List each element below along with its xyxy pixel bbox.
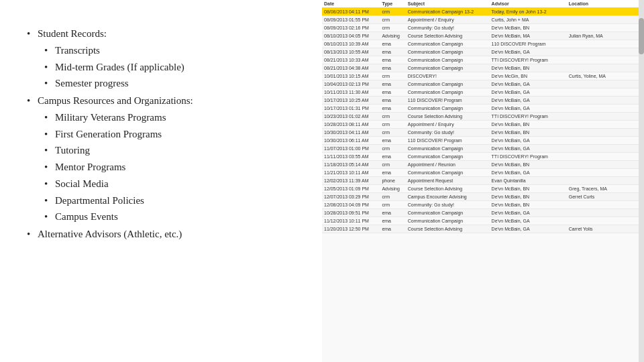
col-header-advisor: Advisor	[490, 0, 567, 8]
table-cell: ema	[380, 137, 405, 145]
table-cell	[567, 88, 644, 97]
table-cell	[567, 137, 644, 145]
table-cell	[567, 16, 644, 24]
table-row: 12/07/2013 03:29 PMcrmCampus Encounter A…	[322, 193, 644, 201]
table-row: 08/13/2013 10:55 AMemaCommunication Camp…	[322, 48, 644, 56]
student-records-sublist: Transcripts Mid-term Grades (If applicab…	[44, 42, 302, 92]
table-cell: De'vn McBain, BN	[490, 193, 567, 201]
table-row: 10/04/2013 02:13 PMemaCommunication Camp…	[322, 80, 644, 88]
col-header-date: Date	[322, 0, 380, 8]
table-row: 10/17/2013 01:31 PMemaCommunication Camp…	[322, 105, 644, 113]
table-cell: 10/30/2013 04:11 AM	[322, 129, 380, 137]
table-cell: ema	[380, 80, 405, 88]
table-cell	[567, 169, 644, 177]
sub-item-social: Social Media	[44, 176, 302, 192]
table-cell: Communication Campaign	[406, 40, 490, 48]
table-cell: crm	[380, 8, 405, 16]
table-cell: Communication Campaign	[406, 48, 490, 56]
table-cell: crm	[380, 161, 405, 169]
table-cell	[567, 177, 644, 185]
table-cell: Appointment / Enquiry	[406, 16, 490, 24]
table-row: 10/01/2013 10:15 AMcrmDISCOVERY!De'vn Mc…	[322, 72, 644, 80]
student-records-label: Student Records:	[38, 28, 107, 39]
col-header-subject: Subject	[406, 0, 490, 8]
table-cell	[567, 161, 644, 169]
scrollbar[interactable]	[639, 0, 644, 362]
table-cell: De'vn McBain, MA	[490, 32, 567, 40]
table-cell: Course Selection Advising	[406, 32, 490, 40]
table-cell: 10/23/2013 01:02 AM	[322, 113, 380, 121]
table-cell: crm	[380, 145, 405, 153]
table-cell	[567, 105, 644, 113]
sub-item-tutoring: Tutoring	[44, 142, 302, 159]
table-row: 11/07/2013 01:00 PMcrmCommunication Camp…	[322, 145, 644, 153]
table-row: 11/20/2013 12:50 PMemaCourse Selection A…	[322, 225, 644, 233]
table-cell: Appointment / Enquiry	[406, 121, 490, 129]
table-cell: 11/12/2013 10:11 PM	[322, 217, 380, 225]
table-cell: 12/07/2013 03:29 PM	[322, 193, 380, 201]
table-cell: 12/02/2013 11:39 AM	[322, 177, 380, 185]
table-cell: Course Selection Advising	[406, 225, 490, 233]
table-cell	[567, 209, 644, 217]
table-cell: crm	[380, 193, 405, 201]
table-cell: ema	[380, 97, 405, 105]
table-cell: De'vn McBain, GA	[490, 217, 567, 225]
table-cell: TTI DISCOVERY! Program	[490, 153, 567, 161]
table-cell: De'vn McBain, BN	[490, 121, 567, 129]
table-cell: ema	[380, 64, 405, 72]
table-cell: 08/21/2013 10:33 AM	[322, 56, 380, 64]
table-cell: Communication Campaign	[406, 153, 490, 161]
sub-item-military: Military Veterans Programs	[44, 109, 302, 126]
scrollbar-thumb[interactable]	[639, 18, 644, 54]
table-cell: Carret Yolis	[567, 225, 644, 233]
table-cell: Appointment Request	[406, 177, 490, 185]
table-cell: Curtis, John + MA	[490, 16, 567, 24]
table-cell: ema	[380, 88, 405, 97]
table-row: 10/30/2013 04:11 AMcrmCommunity: Go stud…	[322, 129, 644, 137]
table-cell: crm	[380, 201, 405, 209]
table-cell	[567, 201, 644, 209]
table-cell: De'vn McBain, GA	[490, 169, 567, 177]
table-cell: 08/21/2013 04:38 AM	[322, 64, 380, 72]
table-cell: ema	[380, 105, 405, 113]
table-cell: De'vn McBain, BN	[490, 64, 567, 72]
sub-item-midterm: Mid-term Grades (If applicable)	[44, 59, 302, 76]
table-cell: 08/08/2013 04:11 PM	[322, 8, 380, 16]
table-cell: 12/08/2013 04:09 PM	[322, 201, 380, 209]
table-cell: Communication Campaign 13-2	[406, 8, 490, 16]
table-cell: phone	[380, 177, 405, 185]
table-cell: ema	[380, 56, 405, 64]
table-cell: Greg, Tracers, MA	[567, 185, 644, 193]
table-cell: 11/18/2013 05:14 AM	[322, 161, 380, 169]
table-cell: Community: Go study!	[406, 201, 490, 209]
table-cell: Communication Campaign	[406, 64, 490, 72]
sub-item-campus-events: Campus Events	[44, 208, 302, 225]
table-cell: ema	[380, 209, 405, 217]
table-cell: De'vn McBain, GA	[490, 225, 567, 233]
campus-resources-label: Campus Resources and Organizations:	[38, 95, 193, 106]
table-cell: ema	[380, 153, 405, 161]
sub-item-semester: Semester progress	[44, 75, 302, 92]
right-panel: Date Type Subject Advisor Location 08/08…	[322, 0, 644, 362]
table-cell: Community: Go study!	[406, 24, 490, 32]
table-row: 11/18/2013 05:14 AMcrmAppointment / Reun…	[322, 161, 644, 169]
campus-resources-sublist: Military Veterans Programs First Generat…	[44, 109, 302, 225]
table-cell: 10/17/2013 01:31 PM	[322, 105, 380, 113]
table-row: 08/10/2013 04:05 PMAdvisingCourse Select…	[322, 32, 644, 40]
sub-item-transcripts: Transcripts	[44, 42, 302, 59]
table-cell: De'vn McBain, GA	[490, 105, 567, 113]
data-table-container[interactable]: Date Type Subject Advisor Location 08/08…	[322, 0, 644, 362]
table-cell	[567, 121, 644, 129]
table-row: 12/08/2013 04:09 PMcrmCommunity: Go stud…	[322, 201, 644, 209]
table-cell: crm	[380, 16, 405, 24]
sub-item-dept: Departmental Policies	[44, 192, 302, 209]
table-cell: Communication Campaign	[406, 80, 490, 88]
table-cell	[567, 145, 644, 153]
table-cell: De'vn McBain, GA	[490, 80, 567, 88]
table-row: 12/05/2013 01:09 PMAdvisingCourse Select…	[322, 185, 644, 193]
table-cell: 110 DISCOVER! Program	[406, 137, 490, 145]
table-row: 10/23/2013 01:02 AMcrmCourse Selection A…	[322, 113, 644, 121]
table-row: 10/30/2013 06:11 AMema110 DISCOVER! Prog…	[322, 137, 644, 145]
table-cell: 08/10/2013 04:05 PM	[322, 32, 380, 40]
list-item-alt-advisors: Alternative Advisors (Athletic, etc.)	[27, 226, 302, 243]
